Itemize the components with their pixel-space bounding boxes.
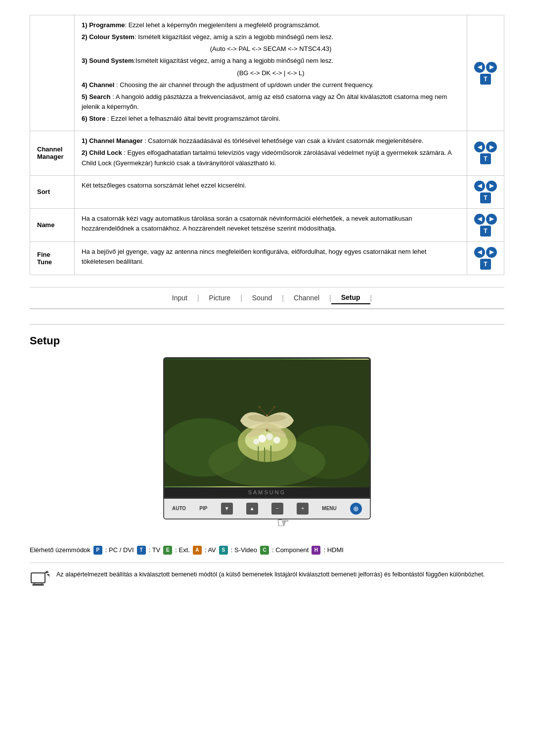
mode-badge-hdmi: H — [312, 546, 320, 555]
mode-text-component: : Component — [272, 546, 309, 554]
tv-screen-wrapper: SAMSUNG — [163, 357, 371, 499]
tv-display: SAMSUNG AUTO PIP ▼ ▲ − + MENU ⊕ ☞ — [30, 357, 504, 531]
left-arrow-icon: ◀ — [474, 214, 485, 225]
table-row: ChannelManager 1) Channel Manager : Csat… — [30, 131, 504, 175]
svg-point-14 — [259, 406, 261, 408]
right-arrow-icon: ▶ — [486, 247, 497, 258]
svg-rect-19 — [31, 573, 45, 583]
table-row: Name Ha a csatornák kézi vagy automatiku… — [30, 208, 504, 241]
left-arrow-icon: ◀ — [474, 247, 485, 258]
ctrl-pip[interactable]: PIP — [199, 506, 207, 511]
tv-screen-image — [165, 359, 369, 487]
row-content: Két tetszőleges csatorna sorszámát lehet… — [75, 175, 467, 208]
mode-badge-component: C — [260, 546, 269, 555]
nav-item-channel[interactable]: Channel — [284, 292, 329, 304]
svg-point-9 — [273, 436, 280, 443]
row-icon: ◀ ▶ T — [467, 241, 504, 275]
modes-label: Elérhető üzemmódok — [30, 546, 90, 554]
modes-bar: Elérhető üzemmódok P : PC / DVI T : TV E… — [30, 546, 504, 555]
row-label: Sort — [30, 175, 75, 208]
left-arrow-icon: ◀ — [474, 142, 485, 152]
tv-brand: SAMSUNG — [165, 487, 369, 497]
hand-pointer-icon: ☞ — [277, 515, 289, 531]
tv-controls-bar: AUTO PIP ▼ ▲ − + MENU ⊕ — [163, 499, 371, 520]
section-divider — [30, 324, 504, 325]
row-icon: ◀ ▶ T — [467, 15, 504, 131]
svg-point-15 — [273, 406, 275, 408]
row-icon: ◀ ▶ T — [467, 208, 504, 241]
ctrl-source-btn[interactable]: ⊕ — [350, 503, 362, 515]
left-arrow-icon: ◀ — [474, 181, 485, 191]
table-row: Sort Két tetszőleges csatorna sorszámát … — [30, 175, 504, 208]
table-row: FineTune Ha a bejövő jel gyenge, vagy az… — [30, 241, 504, 275]
info-table: 1) Programme: Ezzel lehet a képernyőn me… — [30, 15, 504, 275]
mode-text-hdmi: : HDMI — [323, 546, 343, 554]
right-arrow-icon: ▶ — [486, 181, 497, 191]
row-label — [30, 15, 75, 131]
ctrl-menu[interactable]: MENU — [322, 506, 336, 511]
svg-point-8 — [266, 433, 273, 440]
row-content: 1) Programme: Ezzel lehet a képernyőn me… — [75, 15, 467, 131]
nav-item-sound[interactable]: Sound — [242, 292, 282, 304]
left-arrow-icon: ◀ — [474, 62, 485, 73]
right-arrow-icon: ▶ — [486, 214, 497, 225]
row-content: 1) Channel Manager : Csatornák hozzáadás… — [75, 131, 467, 175]
mode-badge-tv: T — [137, 546, 146, 555]
note-text: Az alapértelmezett beállítás a kiválaszt… — [56, 570, 485, 579]
svg-rect-21 — [33, 584, 44, 585]
ctrl-auto[interactable]: AUTO — [172, 506, 186, 511]
t-icon: T — [480, 259, 491, 270]
ctrl-up-btn[interactable]: ▲ — [246, 503, 258, 515]
row-label: ChannelManager — [30, 131, 75, 175]
nav-item-setup[interactable]: Setup — [331, 291, 370, 304]
mode-text-tv: : TV — [149, 546, 161, 554]
row-content: Ha a csatornák kézi vagy automatikus tár… — [75, 208, 467, 241]
right-arrow-icon: ▶ — [486, 62, 497, 73]
t-icon: T — [480, 153, 491, 164]
mode-badge-pc: P — [93, 546, 102, 555]
mode-text-av: : AV — [205, 546, 216, 554]
svg-point-7 — [258, 434, 266, 442]
navigation-bar: Input | Picture | Sound | Channel | Setu… — [30, 287, 504, 309]
hand-pointer-area: ☞ — [163, 520, 371, 531]
mode-text-pc: : PC / DVI — [105, 546, 134, 554]
svg-point-10 — [253, 438, 259, 444]
ctrl-minus-btn[interactable]: − — [271, 503, 283, 515]
row-label: Name — [30, 208, 75, 241]
row-icon: ◀ ▶ T — [467, 131, 504, 175]
ctrl-down-btn[interactable]: ▼ — [221, 503, 233, 515]
note-icon — [30, 570, 49, 593]
mode-text-svideo: : S-Video — [231, 546, 257, 554]
mode-text-ext: : Ext. — [175, 546, 190, 554]
nav-item-picture[interactable]: Picture — [199, 292, 241, 304]
nav-separator: | — [370, 294, 372, 302]
right-arrow-icon: ▶ — [486, 142, 497, 152]
t-icon: T — [480, 192, 491, 203]
t-icon: T — [480, 74, 491, 85]
mode-badge-svideo: S — [219, 546, 228, 555]
table-row: 1) Programme: Ezzel lehet a képernyőn me… — [30, 15, 504, 131]
setup-title: Setup — [30, 334, 504, 347]
row-content: Ha a bejövő jel gyenge, vagy az antenna … — [75, 241, 467, 275]
row-label: FineTune — [30, 241, 75, 275]
t-icon: T — [480, 226, 491, 236]
row-icon: ◀ ▶ T — [467, 175, 504, 208]
nav-item-input[interactable]: Input — [162, 292, 197, 304]
tv-screen — [165, 359, 369, 487]
ctrl-plus-btn[interactable]: + — [297, 503, 309, 515]
setup-section: Setup — [30, 334, 504, 593]
mode-badge-av: A — [193, 546, 202, 555]
mode-badge-ext: E — [163, 546, 172, 555]
note-row: Az alapértelmezett beállítás a kiválaszt… — [30, 563, 504, 593]
